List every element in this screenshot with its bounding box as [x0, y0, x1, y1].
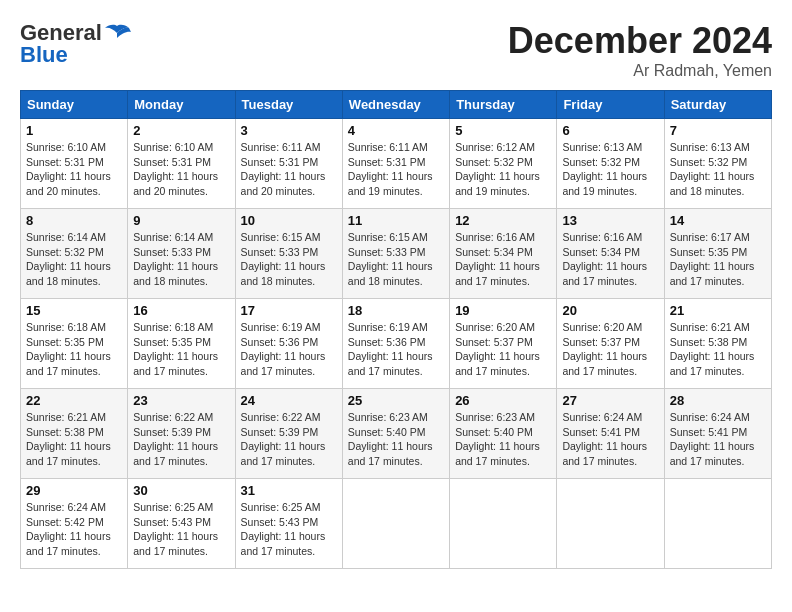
calendar-cell: 24Sunrise: 6:22 AMSunset: 5:39 PMDayligh… [235, 389, 342, 479]
day-number: 16 [133, 303, 229, 318]
calendar-cell: 16Sunrise: 6:18 AMSunset: 5:35 PMDayligh… [128, 299, 235, 389]
day-info: Sunrise: 6:20 AMSunset: 5:37 PMDaylight:… [455, 320, 551, 379]
day-info: Sunrise: 6:21 AMSunset: 5:38 PMDaylight:… [26, 410, 122, 469]
weekday-header-wednesday: Wednesday [342, 91, 449, 119]
day-info: Sunrise: 6:19 AMSunset: 5:36 PMDaylight:… [241, 320, 337, 379]
day-info: Sunrise: 6:10 AMSunset: 5:31 PMDaylight:… [26, 140, 122, 199]
day-number: 23 [133, 393, 229, 408]
calendar-cell: 8Sunrise: 6:14 AMSunset: 5:32 PMDaylight… [21, 209, 128, 299]
day-info: Sunrise: 6:11 AMSunset: 5:31 PMDaylight:… [348, 140, 444, 199]
day-info: Sunrise: 6:18 AMSunset: 5:35 PMDaylight:… [26, 320, 122, 379]
day-number: 14 [670, 213, 766, 228]
day-info: Sunrise: 6:18 AMSunset: 5:35 PMDaylight:… [133, 320, 229, 379]
day-info: Sunrise: 6:24 AMSunset: 5:42 PMDaylight:… [26, 500, 122, 559]
logo-blue: Blue [20, 42, 68, 68]
day-number: 31 [241, 483, 337, 498]
day-number: 3 [241, 123, 337, 138]
day-info: Sunrise: 6:25 AMSunset: 5:43 PMDaylight:… [241, 500, 337, 559]
weekday-header-saturday: Saturday [664, 91, 771, 119]
calendar-cell: 30Sunrise: 6:25 AMSunset: 5:43 PMDayligh… [128, 479, 235, 569]
calendar-cell: 4Sunrise: 6:11 AMSunset: 5:31 PMDaylight… [342, 119, 449, 209]
calendar-cell: 31Sunrise: 6:25 AMSunset: 5:43 PMDayligh… [235, 479, 342, 569]
day-info: Sunrise: 6:17 AMSunset: 5:35 PMDaylight:… [670, 230, 766, 289]
calendar-cell: 23Sunrise: 6:22 AMSunset: 5:39 PMDayligh… [128, 389, 235, 479]
weekday-header-sunday: Sunday [21, 91, 128, 119]
calendar-cell: 27Sunrise: 6:24 AMSunset: 5:41 PMDayligh… [557, 389, 664, 479]
day-number: 5 [455, 123, 551, 138]
weekday-header-friday: Friday [557, 91, 664, 119]
day-number: 15 [26, 303, 122, 318]
day-number: 24 [241, 393, 337, 408]
day-number: 27 [562, 393, 658, 408]
calendar-table: SundayMondayTuesdayWednesdayThursdayFrid… [20, 90, 772, 569]
calendar-cell: 2Sunrise: 6:10 AMSunset: 5:31 PMDaylight… [128, 119, 235, 209]
day-info: Sunrise: 6:24 AMSunset: 5:41 PMDaylight:… [670, 410, 766, 469]
calendar-cell [450, 479, 557, 569]
day-info: Sunrise: 6:16 AMSunset: 5:34 PMDaylight:… [455, 230, 551, 289]
day-number: 18 [348, 303, 444, 318]
calendar-cell: 21Sunrise: 6:21 AMSunset: 5:38 PMDayligh… [664, 299, 771, 389]
calendar-cell: 18Sunrise: 6:19 AMSunset: 5:36 PMDayligh… [342, 299, 449, 389]
day-info: Sunrise: 6:23 AMSunset: 5:40 PMDaylight:… [348, 410, 444, 469]
location: Ar Radmah, Yemen [508, 62, 772, 80]
weekday-header-monday: Monday [128, 91, 235, 119]
day-number: 21 [670, 303, 766, 318]
day-info: Sunrise: 6:13 AMSunset: 5:32 PMDaylight:… [670, 140, 766, 199]
weekday-header-thursday: Thursday [450, 91, 557, 119]
day-number: 4 [348, 123, 444, 138]
calendar-cell: 11Sunrise: 6:15 AMSunset: 5:33 PMDayligh… [342, 209, 449, 299]
day-number: 7 [670, 123, 766, 138]
day-number: 19 [455, 303, 551, 318]
calendar-cell [664, 479, 771, 569]
day-info: Sunrise: 6:20 AMSunset: 5:37 PMDaylight:… [562, 320, 658, 379]
calendar-cell: 29Sunrise: 6:24 AMSunset: 5:42 PMDayligh… [21, 479, 128, 569]
calendar-cell: 17Sunrise: 6:19 AMSunset: 5:36 PMDayligh… [235, 299, 342, 389]
calendar-cell: 3Sunrise: 6:11 AMSunset: 5:31 PMDaylight… [235, 119, 342, 209]
calendar-cell: 20Sunrise: 6:20 AMSunset: 5:37 PMDayligh… [557, 299, 664, 389]
calendar-cell: 28Sunrise: 6:24 AMSunset: 5:41 PMDayligh… [664, 389, 771, 479]
day-info: Sunrise: 6:15 AMSunset: 5:33 PMDaylight:… [241, 230, 337, 289]
day-number: 17 [241, 303, 337, 318]
day-info: Sunrise: 6:14 AMSunset: 5:33 PMDaylight:… [133, 230, 229, 289]
day-info: Sunrise: 6:22 AMSunset: 5:39 PMDaylight:… [133, 410, 229, 469]
day-info: Sunrise: 6:12 AMSunset: 5:32 PMDaylight:… [455, 140, 551, 199]
day-number: 9 [133, 213, 229, 228]
day-info: Sunrise: 6:22 AMSunset: 5:39 PMDaylight:… [241, 410, 337, 469]
page-header: General Blue December 2024 Ar Radmah, Ye… [20, 20, 772, 80]
day-info: Sunrise: 6:25 AMSunset: 5:43 PMDaylight:… [133, 500, 229, 559]
day-number: 30 [133, 483, 229, 498]
day-number: 26 [455, 393, 551, 408]
calendar-cell: 14Sunrise: 6:17 AMSunset: 5:35 PMDayligh… [664, 209, 771, 299]
day-info: Sunrise: 6:19 AMSunset: 5:36 PMDaylight:… [348, 320, 444, 379]
day-info: Sunrise: 6:11 AMSunset: 5:31 PMDaylight:… [241, 140, 337, 199]
day-number: 8 [26, 213, 122, 228]
month-title: December 2024 [508, 20, 772, 62]
calendar-cell: 10Sunrise: 6:15 AMSunset: 5:33 PMDayligh… [235, 209, 342, 299]
day-number: 25 [348, 393, 444, 408]
calendar-cell [557, 479, 664, 569]
day-number: 13 [562, 213, 658, 228]
day-number: 2 [133, 123, 229, 138]
calendar-cell: 13Sunrise: 6:16 AMSunset: 5:34 PMDayligh… [557, 209, 664, 299]
logo: General Blue [20, 20, 132, 68]
day-info: Sunrise: 6:21 AMSunset: 5:38 PMDaylight:… [670, 320, 766, 379]
weekday-header-tuesday: Tuesday [235, 91, 342, 119]
logo-bird-icon [103, 24, 131, 42]
day-number: 11 [348, 213, 444, 228]
day-number: 29 [26, 483, 122, 498]
day-number: 28 [670, 393, 766, 408]
day-number: 6 [562, 123, 658, 138]
calendar-cell: 22Sunrise: 6:21 AMSunset: 5:38 PMDayligh… [21, 389, 128, 479]
day-info: Sunrise: 6:23 AMSunset: 5:40 PMDaylight:… [455, 410, 551, 469]
title-section: December 2024 Ar Radmah, Yemen [508, 20, 772, 80]
day-info: Sunrise: 6:14 AMSunset: 5:32 PMDaylight:… [26, 230, 122, 289]
calendar-cell: 19Sunrise: 6:20 AMSunset: 5:37 PMDayligh… [450, 299, 557, 389]
calendar-cell [342, 479, 449, 569]
calendar-cell: 7Sunrise: 6:13 AMSunset: 5:32 PMDaylight… [664, 119, 771, 209]
day-info: Sunrise: 6:16 AMSunset: 5:34 PMDaylight:… [562, 230, 658, 289]
day-number: 1 [26, 123, 122, 138]
calendar-cell: 26Sunrise: 6:23 AMSunset: 5:40 PMDayligh… [450, 389, 557, 479]
calendar-cell: 25Sunrise: 6:23 AMSunset: 5:40 PMDayligh… [342, 389, 449, 479]
calendar-cell: 12Sunrise: 6:16 AMSunset: 5:34 PMDayligh… [450, 209, 557, 299]
day-number: 10 [241, 213, 337, 228]
